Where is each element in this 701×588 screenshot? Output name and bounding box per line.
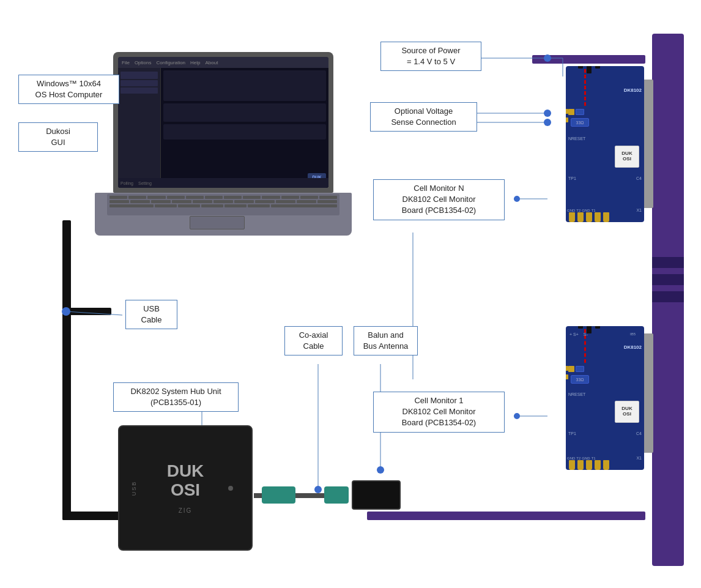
svg-point-26 xyxy=(514,413,520,419)
teal-connector-left xyxy=(262,486,295,504)
dukosi-gui-text: DukosiGUI xyxy=(46,127,70,147)
usb-cable-label: USBCable xyxy=(125,300,177,329)
optional-voltage-text: Optional VoltageSense Connection xyxy=(391,106,456,127)
dk8202-hub-text: DK8202 System Hub Unit(PCB1355-01) xyxy=(130,387,221,407)
svg-rect-3 xyxy=(532,55,645,64)
coaxial-label: Co-axialCable xyxy=(284,326,343,355)
cell-monitor-1-title: Cell Monitor 1 xyxy=(379,395,499,406)
svg-point-27 xyxy=(514,196,520,202)
svg-point-22 xyxy=(62,307,70,316)
hub-logo: DUKOSI xyxy=(167,462,204,500)
balun-text: Balun andBus Antenna xyxy=(363,330,409,351)
coaxial-text: Co-axialCable xyxy=(299,330,328,351)
windows-host-label: Windows™ 10x64OS Host Computer xyxy=(18,75,119,104)
pcb-1-label: DK8102 xyxy=(624,344,642,350)
cell-monitor-n-label: Cell Monitor N DK8102 Cell MonitorBoard … xyxy=(373,179,505,220)
svg-point-20 xyxy=(544,110,551,117)
diagram-container: File Options Configuration Help About xyxy=(0,0,701,588)
windows-host-text: Windows™ 10x64OS Host Computer xyxy=(35,79,103,99)
svg-rect-4 xyxy=(367,512,645,520)
svg-rect-2 xyxy=(62,308,111,315)
svg-line-15 xyxy=(66,311,122,315)
svg-point-21 xyxy=(544,119,551,126)
teal-connector-mid xyxy=(324,486,349,504)
svg-point-19 xyxy=(544,54,551,62)
duk-osi-label-n: DUKOSI xyxy=(621,151,632,162)
source-power-text: Source of Power= 1.4 V to 5 V xyxy=(401,46,460,66)
svg-rect-0 xyxy=(62,220,71,520)
hub-bottom-label: ZIG xyxy=(179,507,193,514)
pcb-n-label: DK8102 xyxy=(624,87,642,93)
dk8202-hub-label: DK8202 System Hub Unit(PCB1355-01) xyxy=(113,382,239,412)
duk-osi-label-1: DUKOSI xyxy=(621,406,632,417)
cell-monitor-n-title: Cell Monitor N xyxy=(379,183,499,194)
teal-to-black-cable xyxy=(295,493,326,498)
dukosi-gui-label: DukosiGUI xyxy=(18,122,98,152)
source-power-label: Source of Power= 1.4 V to 5 V xyxy=(380,42,481,71)
side-rail-stripe-3 xyxy=(652,291,684,302)
hub-usb-label: USB xyxy=(131,480,137,496)
svg-point-24 xyxy=(314,486,322,493)
optional-voltage-label: Optional VoltageSense Connection xyxy=(370,102,477,132)
duk-osi-chip-1: DUKOSI xyxy=(615,401,639,423)
side-rail-stripe-2 xyxy=(652,274,684,285)
laptop: File Options Configuration Help About xyxy=(95,52,352,242)
duk-osi-chip-n: DUKOSI xyxy=(615,146,639,168)
cell-monitor-1-desc: DK8102 Cell MonitorBoard (PCB1354-02) xyxy=(379,406,499,428)
usb-cable-text: USBCable xyxy=(141,304,162,324)
cell-monitor-1-label: Cell Monitor 1 DK8102 Cell MonitorBoard … xyxy=(373,392,505,433)
cell-monitor-n-desc: DK8102 Cell MonitorBoard (PCB1354-02) xyxy=(379,194,499,216)
side-rail-stripe-1 xyxy=(652,257,684,268)
hub-unit: USB DUKOSI ZIG xyxy=(118,425,253,551)
pcb-board-1: DK8102 + S+ S- 33Ω NRESET DUKOSI TP1 C4 xyxy=(566,326,644,470)
balun-label: Balun andBus Antenna xyxy=(354,326,418,355)
black-connector-center xyxy=(352,480,401,510)
pcb-board-n: DK8102 33Ω NRESET DUKOSI TP1 C4 GND xyxy=(566,66,644,222)
svg-point-25 xyxy=(377,466,384,474)
